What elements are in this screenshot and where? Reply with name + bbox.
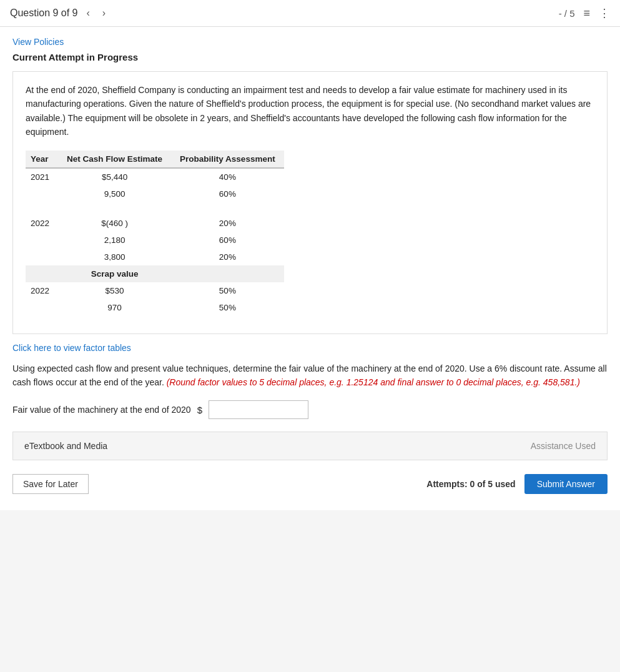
main-content: View Policies Current Attempt in Progres…	[0, 27, 620, 510]
answer-row: Fair value of the machinery at the end o…	[12, 400, 608, 419]
top-bar: Question 9 of 9 ‹ › - / 5 ≡ ⋮	[0, 0, 620, 27]
view-policies-link[interactable]: View Policies	[12, 37, 608, 47]
value-cell: 970	[58, 299, 171, 316]
assistance-used: Assistance Used	[531, 441, 596, 451]
col-header-ncf: Net Cash Flow Estimate	[58, 151, 171, 168]
value-cell: $5,440	[58, 168, 171, 185]
etextbook-bar: eTextbook and Media Assistance Used	[12, 432, 608, 460]
more-icon-button[interactable]: ⋮	[599, 6, 610, 20]
prob-cell: 60%	[171, 232, 284, 249]
value-cell: 9,500	[58, 185, 171, 202]
table-row: 2,180 60%	[26, 232, 284, 249]
prev-button[interactable]: ‹	[83, 6, 94, 20]
table-row: 970 50%	[26, 299, 284, 316]
col-header-prob: Probability Assessment	[171, 151, 284, 168]
table-row: 2022 $(460 ) 20%	[26, 215, 284, 232]
prob-cell: 60%	[171, 185, 284, 202]
spacer-row	[26, 202, 284, 215]
cash-flow-table: Year Net Cash Flow Estimate Probability …	[26, 151, 284, 316]
prob-cell: 20%	[171, 249, 284, 265]
scrap-label: Scrap value	[58, 265, 171, 282]
col-header-year: Year	[26, 151, 58, 168]
attempt-heading: Current Attempt in Progress	[12, 52, 608, 62]
value-cell: 2,180	[58, 232, 171, 249]
dollar-sign: $	[197, 405, 202, 415]
question-label: Question 9 of 9	[10, 7, 78, 19]
prob-cell: 50%	[171, 282, 284, 299]
next-button[interactable]: ›	[99, 6, 109, 20]
question-text: At the end of 2020, Sheffield Company is…	[26, 83, 594, 139]
table-row: 2021 $5,440 40%	[26, 168, 284, 185]
answer-label: Fair value of the machinery at the end o…	[12, 405, 191, 415]
fair-value-input[interactable]	[209, 400, 308, 419]
year-cell: 2021	[26, 168, 58, 185]
prob-cell: 40%	[171, 168, 284, 185]
factor-tables-link[interactable]: Click here to view factor tables	[12, 343, 608, 353]
value-cell: $(460 )	[58, 215, 171, 232]
save-later-button[interactable]: Save for Later	[12, 474, 89, 494]
table-row: 2022 $530 50%	[26, 282, 284, 299]
table-row: 9,500 60%	[26, 185, 284, 202]
value-cell: 3,800	[58, 249, 171, 265]
question-body: At the end of 2020, Sheffield Company is…	[12, 71, 608, 334]
attempts-text: Attempts: 0 of 5 used	[426, 479, 515, 489]
top-bar-left: Question 9 of 9 ‹ ›	[10, 6, 109, 20]
round-note: (Round factor values to 5 decimal places…	[167, 377, 580, 387]
submit-answer-button[interactable]: Submit Answer	[524, 474, 608, 494]
value-cell: $530	[58, 282, 171, 299]
etextbook-label: eTextbook and Media	[24, 441, 107, 451]
instructions-text: Using expected cash flow and present val…	[12, 362, 608, 390]
bottom-right: Attempts: 0 of 5 used Submit Answer	[426, 474, 608, 494]
score-label: - / 5	[559, 8, 575, 19]
year-cell: 2022	[26, 215, 58, 232]
list-icon-button[interactable]: ≡	[583, 7, 590, 20]
bottom-bar: Save for Later Attempts: 0 of 5 used Sub…	[12, 470, 608, 498]
prob-cell: 20%	[171, 215, 284, 232]
prob-cell: 50%	[171, 299, 284, 316]
table-row: 3,800 20%	[26, 249, 284, 265]
scrap-header-row: Scrap value	[26, 265, 284, 282]
year-cell: 2022	[26, 282, 58, 299]
top-bar-right: - / 5 ≡ ⋮	[559, 6, 610, 20]
